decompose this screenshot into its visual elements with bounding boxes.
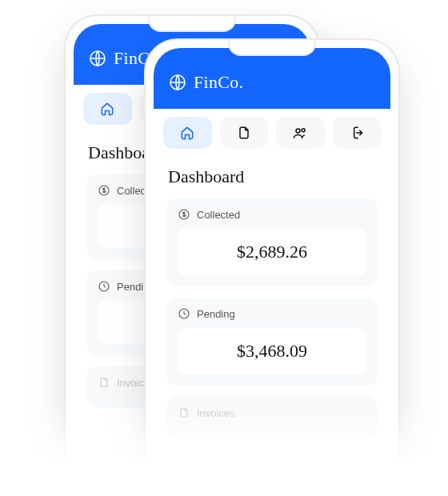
home-icon [99,101,115,117]
brand-name: FinCo. [194,72,243,93]
invoices-icon [178,406,190,419]
invoices-icon [98,376,110,389]
clock-icon [178,307,190,320]
card-label: Invoices [197,407,235,419]
card-collected: Collected $2,689.26 [166,198,378,286]
dollar-icon [178,208,190,221]
clock-icon [98,280,110,293]
nav-users[interactable] [276,117,325,149]
globe-icon [168,73,187,92]
card-pending: Pending $3,468.09 [166,298,378,386]
home-icon [179,125,195,141]
users-icon [292,125,308,141]
phone-notch [228,40,316,56]
nav-bar [154,109,390,154]
logout-icon [349,125,365,141]
phone-device-front: FinCo. Dashboard [144,38,400,496]
nav-docs[interactable] [220,117,269,149]
nav-home[interactable] [83,93,132,125]
svg-point-7 [302,129,305,132]
nav-home[interactable] [163,117,212,149]
screen: FinCo. Dashboard [154,48,390,496]
phone-notch [148,16,236,32]
card-label: Pending [197,308,235,320]
dollar-icon [98,184,110,197]
app-header: FinCo. [154,48,390,109]
content-area: Dashboard Collected $2,689.26 Pending $3… [154,154,390,462]
page-title: Dashboard [168,166,378,187]
card-label: Collected [197,209,240,221]
amount-collected: $2,689.26 [178,229,366,275]
svg-point-6 [296,129,300,133]
globe-icon [88,49,107,68]
card-invoices: Invoices [166,397,378,438]
amount-pending: $3,468.09 [178,328,366,374]
documents-icon [236,125,252,141]
nav-logout[interactable] [333,117,382,149]
